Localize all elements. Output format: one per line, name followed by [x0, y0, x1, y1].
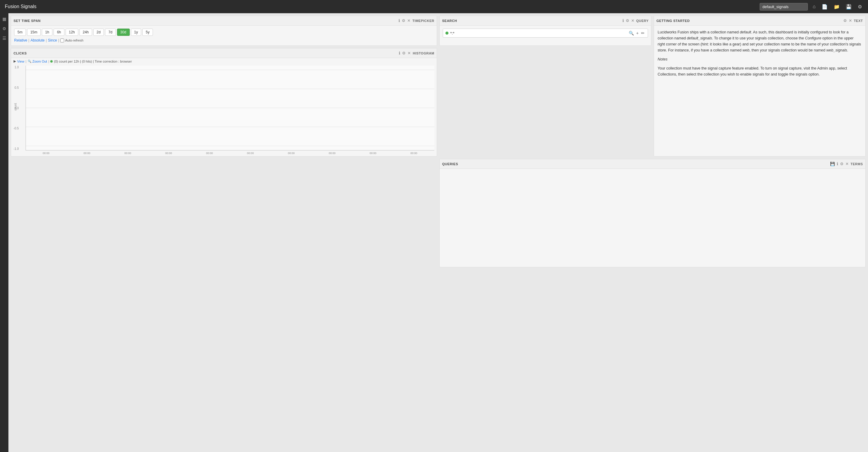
timepicker-label: TIMEPICKER	[412, 19, 434, 23]
y-label-05: 0.5	[14, 86, 19, 89]
time-links-row: Relative | Absolute | Since | Auto-refre…	[14, 38, 434, 42]
time-btn-5y[interactable]: 5y	[142, 29, 153, 36]
app-title: Fusion Signals	[5, 4, 756, 9]
view-link[interactable]: View	[17, 60, 24, 63]
time-buttons-row: 5m 15m 1h 6h 12h 24h 2d 7d 30d 1y 5y	[14, 29, 434, 36]
search-info-icon[interactable]: ℹ	[622, 19, 624, 23]
clicks-chart-svg	[26, 66, 434, 151]
getting-started-close-icon[interactable]: ✕	[849, 19, 852, 23]
getting-started-header: GETTING STARTED ⚙ ✕ TEXT	[654, 16, 865, 26]
y-label-1: 1.0	[14, 66, 19, 69]
queries-panel-body	[440, 169, 865, 265]
file-icon[interactable]: 📄	[820, 3, 829, 11]
folder-icon[interactable]: 📁	[833, 3, 841, 11]
search-edit-icon[interactable]: ✏	[641, 30, 645, 36]
clicks-status-dot	[50, 60, 53, 63]
terms-label: TERMS	[850, 162, 863, 166]
left-sidebar: ▦ ⚙ ☰	[0, 13, 8, 452]
top-navigation: Fusion Signals default_signals ⌂ 📄 📁 💾 ⚙	[0, 0, 868, 13]
auto-refresh-checkbox[interactable]	[60, 38, 64, 42]
queries-save-icon[interactable]: 💾	[830, 162, 835, 166]
time-btn-5m[interactable]: 5m	[14, 29, 26, 36]
timespan-title: SET TIME SPAN	[13, 19, 397, 23]
y-label-n1: -1.0	[13, 147, 19, 151]
clicks-chart: count 1.0 0.5 0.0 -0.5 -1.0	[11, 63, 437, 151]
time-btn-1h[interactable]: 1h	[42, 29, 52, 36]
relative-link[interactable]: Relative	[14, 38, 27, 42]
time-btn-30d[interactable]: 30d	[117, 29, 130, 36]
getting-started-notes-text: Your collection must have the signal cap…	[658, 65, 862, 77]
getting-started-notes-label: Notes	[658, 56, 862, 62]
getting-started-para1: Lucidworks Fusion ships with a collectio…	[658, 29, 862, 53]
search-panel-body: 🔍 + ✏	[440, 26, 651, 41]
queries-settings-icon[interactable]: ⚙	[840, 162, 844, 166]
search-panel-header: SEARCH ℹ ⚙ ✕ QUERY	[440, 16, 651, 26]
clicks-info-icon[interactable]: ℹ	[399, 51, 400, 55]
time-btn-2d[interactable]: 2d	[93, 29, 104, 36]
queries-title: QUERIES	[442, 162, 828, 166]
home-icon[interactable]: ⌂	[811, 3, 817, 10]
getting-started-title: GETTING STARTED	[656, 19, 841, 23]
timespan-panel-header: SET TIME SPAN ℹ ⚙ ✕ TIMEPICKER	[11, 16, 437, 26]
search-actions: 🔍 + ✏	[628, 30, 645, 36]
queries-close-icon[interactable]: ✕	[845, 162, 849, 166]
clicks-panel-header: CLICKS ℹ ⚙ ✕ HISTOGRAM	[11, 49, 437, 58]
histogram-label: HISTOGRAM	[413, 52, 434, 55]
search-panel: SEARCH ℹ ⚙ ✕ QUERY 🔍 + ✏	[439, 15, 651, 46]
text-label: TEXT	[854, 19, 863, 23]
search-status-dot	[445, 32, 448, 35]
query-label: QUERY	[636, 19, 649, 23]
main-content: SET TIME SPAN ℹ ⚙ ✕ TIMEPICKER 5m 15m 1h…	[8, 13, 868, 452]
search-title: SEARCH	[442, 19, 621, 23]
search-submit-icon[interactable]: 🔍	[628, 30, 634, 36]
search-settings-icon[interactable]: ⚙	[626, 19, 629, 23]
absolute-link[interactable]: Absolute	[30, 38, 44, 42]
queries-panel: QUERIES 💾 ℹ ⚙ ✕ TERMS	[439, 159, 866, 267]
y-label-n05: -0.5	[13, 127, 19, 130]
clicks-title: CLICKS	[13, 52, 397, 55]
search-input[interactable]	[450, 31, 626, 35]
clicks-close-icon[interactable]: ✕	[407, 51, 411, 55]
dashboard-icon[interactable]: ▦	[1, 15, 7, 22]
clicks-count-info: (0) count per 12h | (0 hits) | Time corr…	[54, 60, 132, 63]
time-btn-15m[interactable]: 15m	[27, 29, 41, 36]
queries-panel-header: QUERIES 💾 ℹ ⚙ ✕ TERMS	[440, 159, 865, 169]
timespan-panel: SET TIME SPAN ℹ ⚙ ✕ TIMEPICKER 5m 15m 1h…	[11, 15, 437, 46]
queries-info-icon[interactable]: ℹ	[837, 162, 838, 166]
getting-started-body: Lucidworks Fusion ships with a collectio…	[654, 26, 865, 84]
y-label-0: 0.0	[14, 106, 19, 110]
collection-select[interactable]: default_signals	[760, 3, 808, 10]
layers-icon[interactable]: ☰	[1, 35, 7, 41]
getting-started-settings-icon[interactable]: ⚙	[843, 19, 847, 23]
save-icon[interactable]: 💾	[844, 3, 853, 11]
clicks-settings-icon[interactable]: ⚙	[402, 51, 406, 55]
histogram-info-row: ▶ View | 🔍 Zoom Out | (0) count per 12h …	[11, 58, 437, 63]
search-close-icon[interactable]: ✕	[631, 19, 634, 23]
time-btn-1y[interactable]: 1y	[131, 29, 142, 36]
clicks-panel: CLICKS ℹ ⚙ ✕ HISTOGRAM ▶ View | 🔍 Zoom O…	[11, 48, 437, 157]
config-icon[interactable]: ⚙	[1, 25, 7, 32]
x-axis-labels: 00:00 00:00 00:00 00:00 00:00 00:00 00:0…	[26, 152, 434, 155]
timespan-info-icon[interactable]: ℹ	[399, 19, 400, 23]
time-btn-24h[interactable]: 24h	[80, 29, 92, 36]
main-layout: ▦ ⚙ ☰ SET TIME SPAN ℹ ⚙ ✕ TIMEPICKER 5m …	[0, 13, 868, 452]
search-input-box: 🔍 + ✏	[443, 29, 648, 38]
time-btn-12h[interactable]: 12h	[66, 29, 78, 36]
zoom-out-link[interactable]: Zoom Out	[32, 60, 47, 63]
time-btn-7d[interactable]: 7d	[105, 29, 116, 36]
search-add-icon[interactable]: +	[636, 30, 639, 36]
timespan-close-icon[interactable]: ✕	[407, 19, 410, 23]
since-link[interactable]: Since	[48, 38, 57, 42]
timespan-panel-body: 5m 15m 1h 6h 12h 24h 2d 7d 30d 1y 5y Rel…	[11, 26, 437, 45]
auto-refresh-label[interactable]: Auto-refresh	[60, 38, 83, 42]
settings-icon[interactable]: ⚙	[857, 3, 863, 11]
zoom-icon: 🔍	[28, 60, 31, 63]
time-btn-6h[interactable]: 6h	[54, 29, 64, 36]
timespan-settings-icon[interactable]: ⚙	[402, 19, 405, 23]
collection-selector[interactable]: default_signals	[760, 3, 808, 10]
getting-started-panel: GETTING STARTED ⚙ ✕ TEXT Lucidworks Fusi…	[654, 15, 866, 157]
